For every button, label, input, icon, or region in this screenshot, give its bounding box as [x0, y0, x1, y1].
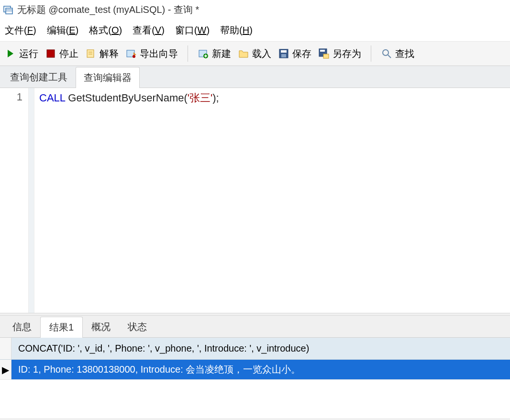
menu-window[interactable]: 窗口(W) — [175, 24, 210, 37]
menu-view[interactable]: 查看(V) — [133, 24, 165, 37]
tab-query-builder[interactable]: 查询创建工具 — [2, 66, 76, 88]
run-button[interactable]: 运行 — [5, 47, 38, 60]
svg-rect-20 — [320, 50, 325, 52]
load-button[interactable]: 载入 — [238, 47, 271, 60]
save-button[interactable]: 保存 — [278, 47, 311, 60]
svg-rect-21 — [323, 54, 329, 58]
tab-status[interactable]: 状态 — [119, 317, 155, 337]
new-label: 新建 — [212, 47, 231, 60]
svg-rect-5 — [47, 50, 55, 57]
menu-format[interactable]: 格式(O) — [89, 24, 122, 37]
svg-point-11 — [133, 55, 135, 58]
stop-button[interactable]: 停止 — [45, 47, 78, 60]
row-marker-icon: ▶ — [0, 360, 11, 379]
svg-marker-4 — [8, 50, 13, 57]
explain-icon — [85, 48, 97, 59]
folder-open-icon — [238, 48, 249, 59]
svg-rect-6 — [87, 50, 94, 57]
run-label: 运行 — [19, 47, 38, 60]
stop-label: 停止 — [59, 47, 78, 60]
menu-edit[interactable]: 编辑(E) — [47, 24, 79, 37]
new-query-icon — [198, 48, 209, 59]
menu-file[interactable]: 文件(F) — [5, 24, 36, 37]
toolbar-separator — [371, 45, 371, 62]
result-blank-area — [0, 380, 510, 418]
result-cell[interactable]: ID: 1, Phone: 13800138000, Introduce: 会当… — [11, 363, 510, 376]
play-icon — [5, 48, 16, 59]
result-grid: CONCAT('ID: ', v_id, ', Phone: ', v_phon… — [0, 338, 510, 418]
svg-rect-17 — [281, 50, 287, 53]
title-bar: 无标题 @comate_test (myALiSQL) - 查询 * — [0, 0, 510, 19]
tab-profile[interactable]: 概况 — [83, 317, 119, 337]
new-button[interactable]: 新建 — [198, 47, 231, 60]
export-wizard-button[interactable]: 导出向导 — [125, 47, 178, 60]
menu-bar: 文件(F) 编辑(E) 格式(O) 查看(V) 窗口(W) 帮助(H) — [0, 19, 510, 41]
tab-query-editor[interactable]: 查询编辑器 — [76, 67, 140, 88]
svg-line-23 — [388, 55, 391, 58]
save-as-label: 另存为 — [333, 47, 361, 60]
toolbar: 运行 停止 解释 导出向导 — [0, 41, 510, 66]
export-wizard-label: 导出向导 — [140, 47, 178, 60]
svg-point-22 — [383, 50, 388, 55]
row-marker-header — [0, 338, 11, 359]
explain-button[interactable]: 解释 — [85, 47, 119, 60]
menu-help[interactable]: 帮助(H) — [220, 24, 253, 37]
export-wizard-icon — [125, 48, 137, 59]
save-as-button[interactable]: 另存为 — [318, 47, 361, 60]
tab-result1[interactable]: 结果1 — [40, 317, 83, 338]
editor-gutter: 1 — [0, 88, 29, 313]
editor-fold-column — [29, 88, 34, 313]
window-title: 无标题 @comate_test (myALiSQL) - 查询 * — [17, 3, 199, 16]
stop-icon — [45, 48, 56, 59]
sql-editor[interactable]: 1 CALL GetStudentByUserName('张三'); — [0, 88, 510, 313]
result-row[interactable]: ▶ ID: 1, Phone: 13800138000, Introduce: … — [0, 360, 510, 380]
explain-label: 解释 — [100, 47, 119, 60]
load-label: 载入 — [252, 47, 271, 60]
tab-info[interactable]: 信息 — [4, 317, 40, 337]
svg-rect-18 — [281, 54, 286, 57]
column-header[interactable]: CONCAT('ID: ', v_id, ', Phone: ', v_phon… — [11, 343, 510, 354]
line-number: 1 — [0, 91, 22, 103]
find-label: 查找 — [395, 47, 414, 60]
editor-tab-strip: 查询创建工具 查询编辑器 — [0, 66, 510, 88]
app-window-icon — [3, 4, 13, 15]
floppy-save-icon — [278, 48, 289, 59]
save-label: 保存 — [292, 47, 311, 60]
floppy-save-as-icon — [318, 48, 330, 59]
search-icon — [381, 48, 392, 59]
toolbar-separator — [188, 45, 188, 62]
editor-content[interactable]: CALL GetStudentByUserName('张三'); — [34, 88, 510, 313]
svg-marker-10 — [133, 52, 136, 55]
find-button[interactable]: 查找 — [381, 47, 414, 60]
result-tab-strip: 信息 结果1 概况 状态 — [0, 316, 510, 338]
result-header-row: CONCAT('ID: ', v_id, ', Phone: ', v_phon… — [0, 338, 510, 360]
